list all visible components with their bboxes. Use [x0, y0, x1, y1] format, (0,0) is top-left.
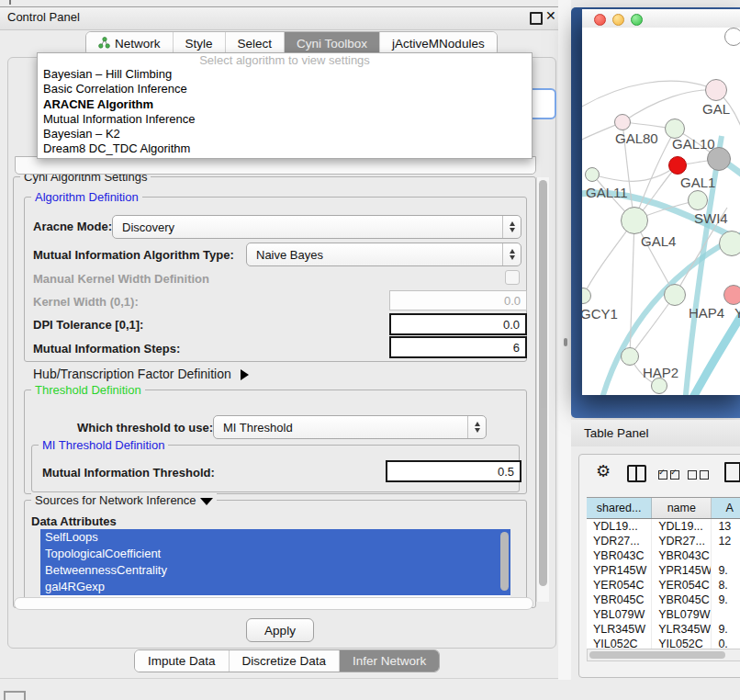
node-swi4[interactable]	[688, 190, 708, 210]
node-gal-right[interactable]	[705, 79, 727, 101]
node-hap2[interactable]	[621, 347, 639, 366]
node-partial-right[interactable]	[719, 231, 740, 256]
dock-icon[interactable]	[4, 691, 26, 700]
tab-label: Select	[238, 37, 273, 51]
column-header-partial[interactable]: A	[712, 498, 740, 518]
column-header-name[interactable]: name	[652, 498, 712, 518]
table-row[interactable]: YBL079W YBL079W	[587, 607, 740, 622]
node-y-partial[interactable]	[723, 285, 740, 305]
float-window-icon[interactable]	[530, 12, 543, 25]
which-threshold-combobox[interactable]: MI Threshold	[213, 415, 487, 439]
column-header-shared-name[interactable]: shared...	[587, 498, 652, 518]
cell-shared-name: YDL19...	[587, 519, 652, 534]
table-horizontal-scrollbar[interactable]	[587, 649, 740, 661]
dropdown-item-basic-correlation[interactable]: Basic Correlation Inference	[38, 82, 532, 96]
node-gal11[interactable]	[585, 167, 600, 182]
settings-vertical-scrollbar[interactable]	[536, 177, 549, 602]
mi-type-combobox[interactable]: Naive Bayes	[246, 243, 521, 266]
tab-label: Style	[185, 37, 213, 51]
node-partial-top[interactable]	[724, 28, 740, 46]
minimize-traffic-light-icon[interactable]	[612, 14, 624, 26]
list-scrollbar-thumb[interactable]	[500, 532, 509, 591]
table-row[interactable]: YDL19... YDL19... 13	[587, 519, 740, 534]
which-threshold-label: Which threshold to use:	[77, 421, 213, 435]
table-panel-card: ⚙ shared... name A YDL19... YDL19... 13 …	[578, 454, 740, 678]
table-panel-title: Table Panel	[584, 426, 649, 440]
cell-value: 8.	[712, 578, 740, 593]
mi-type-value: Naive Bayes	[247, 248, 502, 262]
apply-button-label: Apply	[264, 624, 296, 638]
cell-shared-name: YPR145W	[587, 563, 652, 578]
node-gal80[interactable]	[614, 114, 631, 130]
list-item-gal4rgexp[interactable]: gal4RGexp	[40, 579, 510, 595]
table-row[interactable]: YIL052C YIL052C 0.	[587, 637, 740, 649]
tab-infer-network[interactable]: Infer Network	[340, 650, 439, 672]
mi-steps-field[interactable]: 6	[389, 336, 527, 358]
dropdown-item-mutual-information[interactable]: Mutual Information Inference	[38, 112, 532, 127]
cell-name: YBR045C	[652, 593, 712, 607]
cell-name: YER054C	[652, 578, 712, 593]
kernel-width-field[interactable]: 0.0	[389, 290, 527, 310]
tab-label: Infer Network	[353, 654, 426, 668]
splitter-handle[interactable]	[564, 338, 567, 346]
list-item-betweennesscentrality[interactable]: BetweennessCentrality	[40, 562, 510, 579]
gear-icon[interactable]: ⚙	[596, 461, 611, 481]
table-hscroll-thumb[interactable]	[589, 651, 725, 659]
export-table-icon[interactable]	[724, 462, 740, 482]
close-traffic-light-icon[interactable]	[594, 14, 606, 26]
stepper-arrows-icon	[502, 243, 521, 265]
tab-label: Discretize Data	[242, 654, 327, 668]
dpi-tolerance-field[interactable]: 0.0	[389, 313, 527, 335]
hub-definition-expander[interactable]: Hub/Transcription Factor Definition	[33, 367, 249, 381]
deselect-all-columns-icon[interactable]	[688, 469, 712, 482]
list-item-selfloops[interactable]: SelfLoops	[40, 529, 510, 546]
expander-down-icon	[200, 498, 213, 505]
cell-value: 12	[712, 534, 740, 548]
cell-name: YDL19...	[652, 519, 712, 534]
dropdown-item-bayesian-hill-climbing[interactable]: Bayesian – Hill Climbing	[38, 67, 532, 82]
close-window-icon[interactable]: ✕	[545, 8, 556, 23]
aracne-mode-combobox[interactable]: Discovery	[112, 215, 521, 239]
column-split-icon[interactable]	[627, 465, 646, 482]
data-attributes-list: SelfLoops TopologicalCoefficient Between…	[40, 529, 510, 598]
table-panel-titlebar: Table Panel	[571, 420, 740, 446]
node-hap4[interactable]	[664, 284, 686, 306]
mi-type-label: Mutual Information Algorithm Type:	[33, 248, 234, 262]
node-table: shared... name A YDL19... YDL19... 13 YD…	[587, 497, 740, 649]
table-row[interactable]: YPR145W YPR145W 9.	[587, 563, 740, 578]
edge-tick	[9, 0, 11, 5]
table-row[interactable]: YDR27... YDR27... 12	[587, 534, 740, 548]
node-attribute-combobox-partial[interactable]	[15, 156, 536, 175]
settings-vscroll-thumb[interactable]	[539, 180, 547, 586]
tab-discretize-data[interactable]: Discretize Data	[230, 650, 341, 672]
table-row[interactable]: YER054C YER054C 8.	[587, 578, 740, 593]
dropdown-item-aracne[interactable]: ARACNE Algorithm	[38, 97, 532, 112]
algorithm-definition-title: Algorithm Definition	[31, 190, 142, 204]
network-canvas[interactable]: GAL GAL80 GAL10 GAL1 GAL11 SWI4 GAL4 GCY…	[582, 28, 740, 395]
apply-button[interactable]: Apply	[246, 618, 314, 642]
dropdown-item-bayesian-k2[interactable]: Bayesian – K2	[38, 127, 532, 141]
tab-label: Impute Data	[148, 654, 216, 668]
table-row[interactable]: YBR045C YBR045C 9.	[587, 593, 740, 607]
manual-kernel-checkbox[interactable]	[505, 270, 520, 285]
cell-shared-name: YLR345W	[587, 622, 652, 637]
network-window-titlebar[interactable]	[582, 9, 740, 28]
table-row[interactable]: YBR043C YBR043C	[587, 548, 740, 563]
settings-horizontal-scrollbar[interactable]	[14, 597, 533, 610]
node-gal4[interactable]	[621, 207, 648, 234]
table-body: YDL19... YDL19... 13 YDR27... YDR27... 1…	[587, 519, 740, 649]
select-all-columns-icon[interactable]	[658, 469, 682, 482]
bottom-divider	[0, 678, 562, 679]
cell-value: 13	[712, 519, 740, 534]
cell-value	[712, 548, 740, 563]
node-gal1-selected[interactable]	[668, 156, 687, 175]
node-label: GCY1	[582, 306, 618, 322]
mi-threshold-field[interactable]: 0.5	[386, 460, 521, 482]
cell-shared-name: YBL079W	[587, 607, 652, 622]
dropdown-item-dream8[interactable]: Dream8 DC_TDC Algorithm	[38, 141, 532, 156]
zoom-traffic-light-icon[interactable]	[631, 14, 643, 26]
list-item-topologicalcoefficient[interactable]: TopologicalCoefficient	[40, 546, 510, 562]
table-row[interactable]: YLR345W YLR345W 9.	[587, 622, 740, 637]
tab-impute-data[interactable]: Impute Data	[135, 650, 230, 672]
threshold-definition-title: Threshold Definition	[31, 383, 145, 397]
